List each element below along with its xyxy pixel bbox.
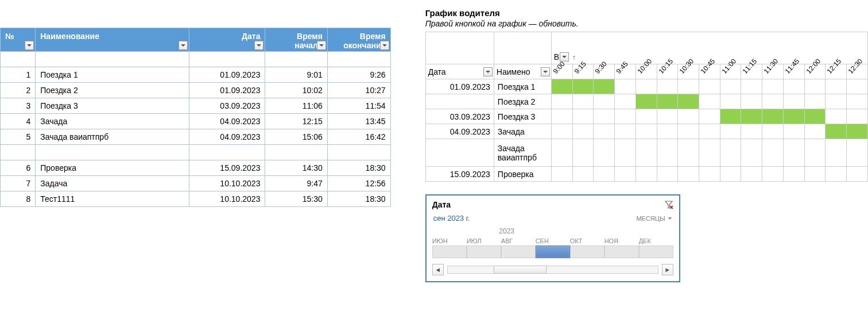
sort-asc-icon[interactable] — [570, 53, 576, 62]
cell-name[interactable]: Поездка 1 — [36, 67, 189, 83]
gantt-cell[interactable] — [741, 167, 762, 182]
cell-end[interactable]: 18:30 — [327, 191, 390, 207]
gantt-cell[interactable] — [826, 167, 847, 182]
filter-end-icon[interactable] — [380, 41, 389, 50]
gantt-cell[interactable] — [657, 109, 678, 124]
gantt-cell[interactable] — [636, 94, 657, 109]
pivot-date-cell[interactable] — [425, 139, 494, 167]
gantt-cell[interactable] — [551, 94, 572, 109]
gantt-cell[interactable] — [847, 167, 868, 182]
cell-start[interactable]: 15:30 — [265, 191, 327, 207]
cell-start[interactable]: 9:01 — [265, 67, 327, 83]
cell-no[interactable]: 2 — [1, 83, 36, 98]
gantt-cell[interactable] — [741, 79, 762, 94]
gantt-cell[interactable] — [783, 124, 804, 139]
gantt-cell[interactable] — [804, 139, 826, 167]
gantt-cell[interactable] — [657, 124, 678, 139]
pivot-date-cell[interactable]: 03.09.2023 — [425, 109, 494, 124]
table-row[interactable]: 5Зачада ваиаптпрб04.09.202315:0616:42 — [1, 129, 391, 145]
pivot-date-cell[interactable]: 15.09.2023 — [425, 167, 494, 182]
table-row[interactable]: 4Зачада04.09.202312:1513:45 — [1, 114, 391, 129]
gantt-cell[interactable] — [804, 109, 826, 124]
gantt-cell[interactable] — [720, 167, 741, 182]
cell-name[interactable]: Зачада ваиаптпрб — [36, 129, 189, 145]
slicer-month-button[interactable] — [432, 246, 467, 258]
gantt-cell[interactable] — [615, 124, 636, 139]
gantt-cell[interactable] — [657, 167, 678, 182]
gantt-cell[interactable] — [551, 109, 572, 124]
gantt-cell[interactable] — [551, 167, 572, 182]
slicer-scroll-thumb[interactable] — [494, 266, 547, 274]
gantt-cell[interactable] — [615, 167, 636, 182]
gantt-cell[interactable] — [551, 139, 572, 167]
pivot-row[interactable]: Поездка 2 — [425, 94, 867, 109]
cell-name[interactable]: Поездка 2 — [36, 83, 189, 98]
pivot-row[interactable]: 03.09.2023Поездка 3 — [425, 109, 867, 124]
pivot-name-cell[interactable]: Проверка — [494, 167, 551, 182]
gantt-cell[interactable] — [699, 109, 720, 124]
cell-no[interactable]: 6 — [1, 160, 36, 176]
cell-no[interactable]: 5 — [1, 129, 36, 145]
cell-start[interactable]: 11:06 — [265, 98, 327, 114]
cell-name[interactable]: Задача — [36, 176, 189, 191]
pivot-name-filter-icon[interactable] — [541, 67, 550, 76]
cell-no[interactable]: 8 — [1, 191, 36, 207]
gantt-cell[interactable] — [699, 124, 720, 139]
gantt-cell[interactable] — [594, 109, 615, 124]
gantt-cell[interactable] — [678, 94, 699, 109]
gantt-cell[interactable] — [678, 167, 699, 182]
gantt-cell[interactable] — [847, 124, 868, 139]
cell-end[interactable]: 13:45 — [327, 114, 390, 129]
gantt-cell[interactable] — [720, 139, 741, 167]
date-slicer[interactable]: Дата сен 2023 г. МЕСЯЦЫ 2023 ИЮНИЮЛАВГСЕ… — [425, 194, 680, 282]
gantt-cell[interactable] — [657, 79, 678, 94]
gantt-cell[interactable] — [804, 167, 826, 182]
gantt-cell[interactable] — [804, 79, 826, 94]
slicer-month-button[interactable] — [639, 246, 673, 258]
gantt-cell[interactable] — [720, 94, 741, 109]
gantt-cell[interactable] — [699, 79, 720, 94]
gantt-cell[interactable] — [826, 94, 847, 109]
gantt-cell[interactable] — [594, 139, 615, 167]
cell-no[interactable]: 4 — [1, 114, 36, 129]
pivot-name-cell[interactable]: Поездка 2 — [494, 94, 551, 109]
filter-no-icon[interactable] — [25, 41, 34, 50]
filter-name-icon[interactable] — [179, 41, 188, 50]
gantt-cell[interactable] — [572, 94, 594, 109]
pivot-date-cell[interactable]: 01.09.2023 — [425, 79, 494, 94]
gantt-cell[interactable] — [826, 124, 847, 139]
cell-name[interactable]: Поездка 3 — [36, 98, 189, 114]
slicer-month-button[interactable] — [536, 246, 570, 258]
gantt-cell[interactable] — [762, 167, 784, 182]
slicer-month-button[interactable] — [604, 246, 639, 258]
slicer-level[interactable]: МЕСЯЦЫ — [636, 215, 672, 222]
gantt-cell[interactable] — [615, 109, 636, 124]
gantt-cell[interactable] — [762, 94, 784, 109]
gantt-cell[interactable] — [762, 79, 784, 94]
pivot-date-filter-icon[interactable] — [483, 67, 493, 76]
gantt-cell[interactable] — [762, 139, 784, 167]
clear-filter-icon[interactable] — [664, 200, 673, 209]
gantt-cell[interactable] — [636, 109, 657, 124]
cell-start[interactable]: 15:06 — [265, 129, 327, 145]
gantt-cell[interactable] — [657, 94, 678, 109]
pivot-name-cell[interactable]: Зачада — [494, 124, 551, 139]
pivot-name-cell[interactable]: Зачада ваиаптпрб — [494, 139, 551, 167]
cell-date[interactable]: 10.10.2023 — [189, 191, 265, 207]
cell-date[interactable]: 04.09.2023 — [189, 114, 265, 129]
cell-start[interactable]: 9:47 — [265, 176, 327, 191]
gantt-cell[interactable] — [741, 124, 762, 139]
gantt-cell[interactable] — [826, 109, 847, 124]
cell-end[interactable]: 18:30 — [327, 160, 390, 176]
gantt-cell[interactable] — [657, 139, 678, 167]
gantt-cell[interactable] — [783, 167, 804, 182]
cell-end[interactable]: 10:27 — [327, 83, 390, 98]
cell-name[interactable]: Зачада — [36, 114, 189, 129]
cell-start[interactable]: 12:15 — [265, 114, 327, 129]
pivot-row[interactable]: Зачада ваиаптпрб — [425, 139, 867, 167]
gantt-cell[interactable] — [847, 139, 868, 167]
gantt-cell[interactable] — [741, 94, 762, 109]
gantt-cell[interactable] — [594, 124, 615, 139]
gantt-cell[interactable] — [551, 79, 572, 94]
pivot-name-cell[interactable]: Поездка 3 — [494, 109, 551, 124]
